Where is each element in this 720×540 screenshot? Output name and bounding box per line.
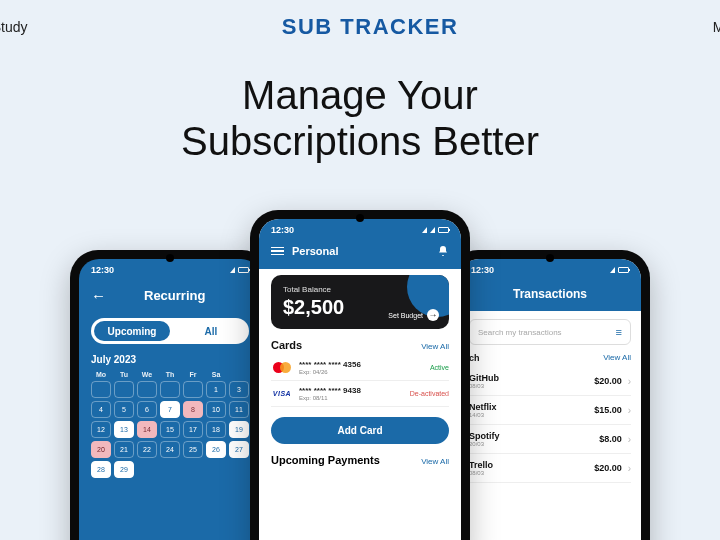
camera-notch [356, 214, 364, 222]
screen-title: Recurring [144, 288, 205, 303]
search-placeholder: Search my transactions [478, 328, 562, 337]
mastercard-icon [271, 361, 293, 375]
tx-date: 08/03 [469, 383, 499, 389]
calendar-day[interactable]: 3 [229, 381, 249, 398]
view-all-link[interactable]: View All [421, 342, 449, 351]
view-all-link[interactable]: View All [421, 457, 449, 466]
calendar-weekday: Sa [206, 371, 226, 378]
tx-section-header: ch View All [469, 353, 631, 363]
calendar-weekday: We [137, 371, 157, 378]
calendar-day[interactable]: 5 [114, 401, 134, 418]
statusbar: 12:30 [79, 259, 261, 281]
tx-amount: $8.00 [599, 434, 622, 444]
camera-notch [546, 254, 554, 262]
signal-icon [610, 267, 615, 273]
calendar-day[interactable]: 20 [91, 441, 111, 458]
card-status: Active [430, 364, 449, 371]
calendar-day[interactable]: 11 [229, 401, 249, 418]
calendar-day[interactable]: 8 [183, 401, 203, 418]
tx-name: Netflix [469, 402, 497, 412]
card-expiry: Exp: 08/11 [299, 395, 361, 401]
calendar-day[interactable]: 19 [229, 421, 249, 438]
brand-logo[interactable]: SUB TRACKER [282, 14, 459, 40]
calendar-day[interactable]: 25 [183, 441, 203, 458]
statusbar-time: 12:30 [471, 265, 494, 275]
transaction-row[interactable]: GitHub08/03$20.00› [469, 367, 631, 396]
arrow-right-icon: → [427, 309, 439, 321]
balance-card: Total Balance $2,500 Set Budget → [271, 275, 449, 329]
card-row[interactable]: **** **** **** 4356 Exp: 04/26 Active [271, 355, 449, 381]
calendar-day[interactable]: 15 [160, 421, 180, 438]
calendar-day[interactable]: 27 [229, 441, 249, 458]
tab-switcher[interactable]: Upcoming All [91, 318, 249, 344]
calendar-weekday: Th [160, 371, 180, 378]
tx-name: GitHub [469, 373, 499, 383]
cards-title: Cards [271, 339, 302, 351]
calendar-day[interactable]: 17 [183, 421, 203, 438]
card-status: De-activated [410, 390, 449, 397]
bell-icon[interactable] [437, 245, 449, 257]
menu-icon[interactable] [271, 247, 284, 256]
phone-transactions: 12:30 Transactions Search my transaction… [450, 250, 650, 540]
chevron-right-icon: › [628, 376, 631, 387]
card-number: **** **** **** 9438 [299, 386, 361, 395]
calendar-day[interactable]: 12 [91, 421, 111, 438]
set-budget-button[interactable]: Set Budget → [388, 309, 439, 321]
header-right-text[interactable]: Mob [713, 19, 720, 35]
transaction-row[interactable]: Trello08/03$20.00› [469, 454, 631, 483]
card-expiry: Exp: 04/26 [299, 369, 361, 375]
filter-icon[interactable]: ≡ [616, 326, 622, 338]
calendar-day[interactable]: 6 [137, 401, 157, 418]
calendar-day[interactable]: 13 [114, 421, 134, 438]
calendar-day[interactable]: 1 [206, 381, 226, 398]
hero-line2: Subscriptions Better [181, 119, 539, 163]
calendar-day[interactable]: 29 [114, 461, 134, 478]
calendar-days: 1345678101112131415171819202122242526272… [91, 381, 249, 478]
calendar-day[interactable] [160, 381, 180, 398]
phone-personal: 12:30 Personal Total Balance $2,500 Set … [250, 210, 470, 540]
balance-label: Total Balance [283, 285, 437, 294]
calendar-day[interactable]: 10 [206, 401, 226, 418]
calendar-weekdays: MoTuWeThFrSa [91, 371, 249, 378]
calendar-day[interactable]: 26 [206, 441, 226, 458]
add-card-button[interactable]: Add Card [271, 417, 449, 444]
camera-notch [166, 254, 174, 262]
cards-header: Cards View All [271, 339, 449, 351]
calendar: July 2023 MoTuWeThFrSa 13456781011121314… [91, 354, 249, 478]
tab-all[interactable]: All [173, 318, 249, 344]
card-row[interactable]: VISA **** **** **** 9438 Exp: 08/11 De-a… [271, 381, 449, 407]
transaction-row[interactable]: Netflix14/03$15.00› [469, 396, 631, 425]
hero-title: Manage Your Subscriptions Better [0, 72, 720, 164]
calendar-day[interactable]: 22 [137, 441, 157, 458]
transaction-row[interactable]: Spotify20/03$8.00› [469, 425, 631, 454]
header-left-text[interactable]: e Study [0, 19, 27, 35]
calendar-day[interactable]: 4 [91, 401, 111, 418]
calendar-month: July 2023 [91, 354, 249, 365]
search-input[interactable]: Search my transactions ≡ [469, 319, 631, 345]
calendar-day[interactable]: 21 [114, 441, 134, 458]
tx-name: Spotify [469, 431, 500, 441]
signal-icon [230, 267, 235, 273]
calendar-day[interactable] [137, 381, 157, 398]
calendar-day[interactable]: 28 [91, 461, 111, 478]
chevron-right-icon: › [628, 463, 631, 474]
calendar-day[interactable]: 24 [160, 441, 180, 458]
calendar-day[interactable]: 18 [206, 421, 226, 438]
view-all-link[interactable]: View All [603, 353, 631, 363]
phone-recurring: 12:30 ← Recurring Upcoming All July 2023… [70, 250, 270, 540]
tab-upcoming[interactable]: Upcoming [94, 321, 170, 341]
transaction-list: GitHub08/03$20.00›Netflix14/03$15.00›Spo… [469, 367, 631, 483]
calendar-day[interactable] [114, 381, 134, 398]
back-icon[interactable]: ← [91, 287, 106, 304]
calendar-day[interactable] [91, 381, 111, 398]
battery-icon [438, 227, 449, 233]
calendar-weekday: Mo [91, 371, 111, 378]
phone-mockups: 12:30 ← Recurring Upcoming All July 2023… [50, 210, 670, 540]
calendar-day[interactable]: 7 [160, 401, 180, 418]
calendar-day[interactable]: 14 [137, 421, 157, 438]
appbar: ← Recurring [79, 281, 261, 310]
wifi-icon [430, 227, 435, 233]
statusbar: 12:30 [259, 219, 461, 241]
visa-icon: VISA [271, 387, 293, 401]
calendar-day[interactable] [183, 381, 203, 398]
